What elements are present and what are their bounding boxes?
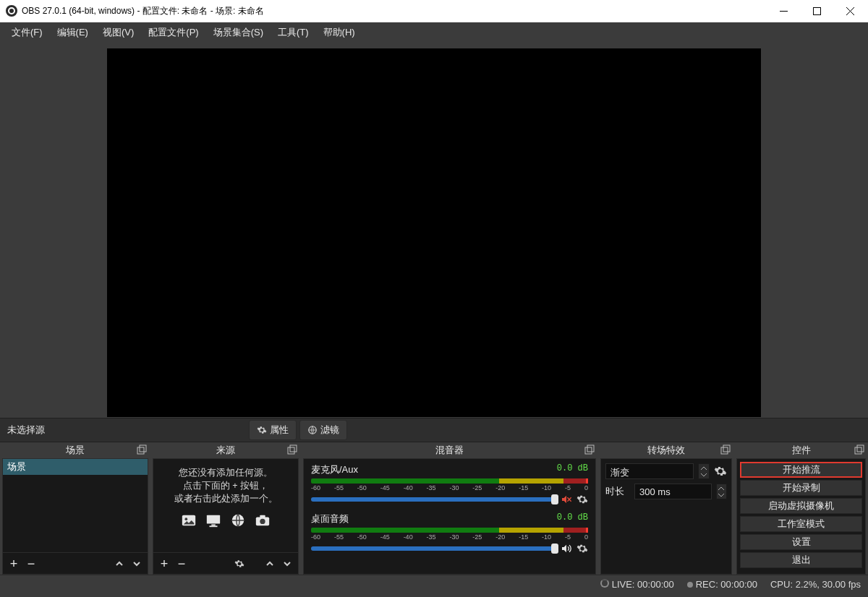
svg-point-10 [185,517,188,520]
sources-empty-line2: 点击下面的 + 按钮， [156,479,295,492]
controls-panel-header: 控件 [736,442,866,458]
sources-panel-header: 来源 [153,442,299,458]
globe-icon [229,512,247,528]
studio-mode-button[interactable]: 工作室模式 [740,516,862,532]
statusbar: LIVE: 00:00:00 REC: 00:00:00 CPU: 2.2%, … [0,575,868,593]
svg-rect-13 [210,525,218,527]
start-streaming-button[interactable]: 开始推流 [740,462,862,478]
display-icon [204,512,223,528]
add-source-button[interactable]: + [158,557,171,570]
preview-wrap [0,43,868,418]
volume-slider[interactable] [311,546,555,551]
filters-button[interactable]: 滤镜 [299,420,347,440]
record-dot-icon [687,582,693,588]
svg-rect-8 [290,445,297,452]
transitions-panel-title: 转场特效 [647,444,685,457]
mixer-channel-name: 桌面音频 [311,512,349,525]
svg-rect-6 [140,445,146,452]
sources-panel: 来源 您还没有添加任何源。 点击下面的 + 按钮， 或者右击此处添加一个。 + … [153,442,299,575]
move-source-up-button[interactable] [263,557,276,570]
move-scene-down-button[interactable] [130,557,143,570]
mixer-channel-name: 麦克风/Aux [311,463,358,476]
menu-help[interactable]: 帮助(H) [316,23,362,42]
start-recording-button[interactable]: 开始录制 [740,480,862,496]
sources-footer: + − [153,553,299,575]
add-scene-button[interactable]: + [7,557,20,570]
settings-button[interactable]: 设置 [740,534,862,550]
svg-rect-16 [260,515,265,518]
menu-scene-collection[interactable]: 场景集合(S) [206,23,271,42]
gear-icon [257,425,267,435]
menu-tools[interactable]: 工具(T) [271,23,316,42]
transitions-panel-header: 转场特效 [600,442,732,458]
transitions-panel: 转场特效 渐变 时长 300 ms [600,442,732,575]
gear-icon[interactable] [576,494,588,505]
svg-rect-23 [723,445,730,452]
svg-rect-18 [585,447,592,454]
gear-icon[interactable] [576,543,588,554]
popout-icon[interactable] [137,444,147,455]
source-selected-label: 未选择源 [0,424,52,437]
transition-spin[interactable] [698,463,710,479]
sources-panel-title: 来源 [216,444,235,457]
duration-input[interactable]: 300 ms [634,484,712,499]
broadcast-icon [600,579,609,588]
svg-rect-1 [813,7,820,14]
popout-icon[interactable] [584,444,595,455]
status-cpu: CPU: 2.2%, 30.00 fps [770,579,861,590]
remove-source-button[interactable]: − [175,557,188,570]
scenes-list[interactable]: 场景 [2,458,148,553]
mixer-body: 麦克风/Aux 0.0 dB -60-55-50-45-40-35-30-25-… [303,458,596,575]
scene-item[interactable]: 场景 [3,459,148,475]
camera-icon [253,512,272,528]
gear-icon[interactable] [714,465,727,478]
duration-label: 时长 [605,485,630,498]
duration-spin[interactable] [716,484,727,499]
move-source-down-button[interactable] [281,557,294,570]
mute-icon[interactable] [561,494,572,505]
menu-edit[interactable]: 编辑(E) [50,23,95,42]
remove-scene-button[interactable]: − [25,557,38,570]
close-button[interactable] [833,0,867,22]
popout-icon[interactable] [720,444,731,455]
svg-rect-24 [855,447,861,454]
mixer-channel-mic: 麦克风/Aux 0.0 dB -60-55-50-45-40-35-30-25-… [304,459,595,508]
transition-select[interactable]: 渐变 [605,463,694,479]
sources-list[interactable]: 您还没有添加任何源。 点击下面的 + 按钮， 或者右击此处添加一个。 [153,458,299,553]
meter-ticks: -60-55-50-45-40-35-30-25-20-15-10-50 [311,533,588,541]
popout-icon[interactable] [287,444,297,455]
svg-point-17 [260,519,265,524]
mixer-channel-desktop: 桌面音频 0.0 dB -60-55-50-45-40-35-30-25-20-… [304,508,595,557]
window-controls [767,0,867,22]
mixer-channel-db: 0.0 dB [557,463,588,476]
image-icon [179,512,198,528]
titlebar: OBS 27.0.1 (64-bit, windows) - 配置文件: 未命名… [0,0,868,22]
controls-body: 开始推流 开始录制 启动虚拟摄像机 工作室模式 设置 退出 [736,458,866,575]
maximize-button[interactable] [800,0,833,22]
source-settings-button[interactable] [233,557,246,570]
menu-file[interactable]: 文件(F) [4,23,50,42]
preview-canvas[interactable] [107,48,761,417]
svg-rect-25 [857,445,864,452]
exit-button[interactable]: 退出 [740,552,862,568]
menubar: 文件(F) 编辑(E) 视图(V) 配置文件(P) 场景集合(S) 工具(T) … [0,22,868,43]
volume-slider[interactable] [311,497,555,502]
menu-view[interactable]: 视图(V) [95,23,141,42]
status-rec: REC: 00:00:00 [687,579,757,590]
scenes-footer: + − [2,553,148,575]
speaker-icon[interactable] [561,543,572,554]
svg-rect-19 [587,445,594,452]
svg-rect-5 [137,447,144,454]
popout-icon[interactable] [854,444,864,455]
svg-rect-12 [211,525,216,526]
controls-panel: 控件 开始推流 开始录制 启动虚拟摄像机 工作室模式 设置 退出 [736,442,866,575]
properties-button[interactable]: 属性 [249,420,297,440]
menu-profile[interactable]: 配置文件(P) [141,23,205,42]
start-virtual-cam-button[interactable]: 启动虚拟摄像机 [740,498,862,514]
move-scene-up-button[interactable] [113,557,126,570]
sources-empty-line3: 或者右击此处添加一个。 [156,492,295,505]
sources-empty-text: 您还没有添加任何源。 点击下面的 + 按钮， 或者右击此处添加一个。 [153,459,298,510]
minimize-button[interactable] [767,0,800,22]
window-title: OBS 27.0.1 (64-bit, windows) - 配置文件: 未命名… [22,5,767,17]
properties-button-label: 属性 [270,424,289,437]
